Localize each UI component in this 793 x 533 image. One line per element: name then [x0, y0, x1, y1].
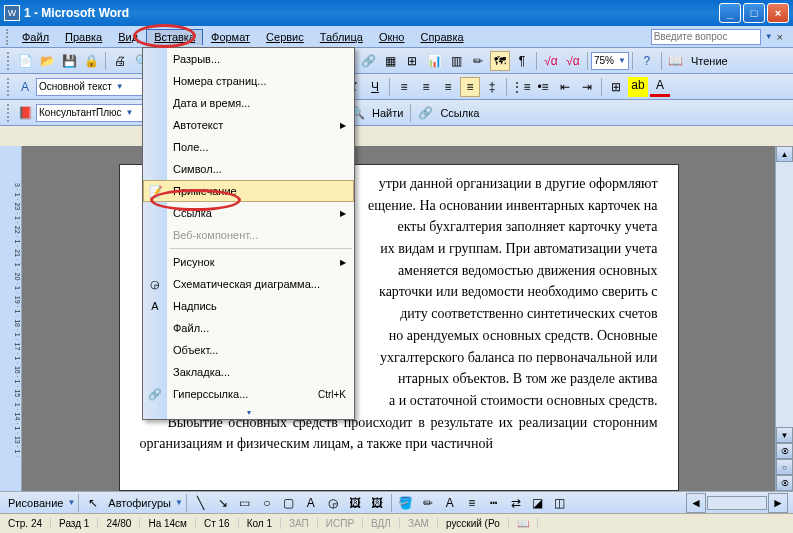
dd-page-numbers[interactable]: Номера страниц...: [143, 70, 354, 92]
status-book-icon[interactable]: 📖: [509, 518, 538, 529]
picture-icon[interactable]: 🖼: [367, 493, 387, 513]
tables-borders-icon[interactable]: ▦: [380, 51, 400, 71]
arrow-style-icon[interactable]: ⇄: [506, 493, 526, 513]
read-mode-icon[interactable]: 📖: [666, 51, 686, 71]
menu-file[interactable]: Файл: [14, 29, 57, 45]
zoom-combo[interactable]: 75%▼: [591, 52, 629, 70]
doc-close-button[interactable]: ×: [773, 31, 787, 43]
highlight-icon[interactable]: ab: [628, 77, 648, 97]
line-color-icon[interactable]: ✏: [418, 493, 438, 513]
consultant-combo[interactable]: КонсультантПлюс▼: [36, 104, 146, 122]
next-page-icon[interactable]: ⦿: [776, 475, 793, 491]
dd-diagram[interactable]: ◶Схематическая диаграмма...: [143, 273, 354, 295]
menu-insert[interactable]: Вставка: [146, 29, 203, 45]
diagram-draw-icon[interactable]: ◶: [323, 493, 343, 513]
status-rec[interactable]: ЗАП: [281, 518, 318, 529]
equation-icon[interactable]: √α: [541, 51, 561, 71]
oval-icon[interactable]: ○: [257, 493, 277, 513]
dd-expand[interactable]: ▾: [143, 405, 354, 419]
arrow-icon[interactable]: ↘: [213, 493, 233, 513]
minimize-button[interactable]: _: [719, 3, 741, 23]
menu-view[interactable]: Вид: [110, 29, 146, 45]
clipart-icon[interactable]: 🖼: [345, 493, 365, 513]
menu-window[interactable]: Окно: [371, 29, 413, 45]
hscroll-track[interactable]: [707, 496, 767, 510]
wordart-icon[interactable]: A: [301, 493, 321, 513]
link-icon[interactable]: 🔗: [415, 103, 435, 123]
dd-textbox[interactable]: AНадпись: [143, 295, 354, 317]
status-ovr[interactable]: ЗАМ: [400, 518, 438, 529]
dd-break[interactable]: Разрыв...: [143, 48, 354, 70]
dd-field[interactable]: Поле...: [143, 136, 354, 158]
scroll-up-icon[interactable]: ▲: [776, 146, 793, 162]
dd-hyperlink[interactable]: 🔗Гиперссылка...Ctrl+K: [143, 383, 354, 405]
dd-date-time[interactable]: Дата и время...: [143, 92, 354, 114]
insert-table-icon[interactable]: ⊞: [402, 51, 422, 71]
consultant-icon[interactable]: 📕: [15, 103, 35, 123]
close-button[interactable]: ×: [767, 3, 789, 23]
dd-symbol[interactable]: Символ...: [143, 158, 354, 180]
decrease-indent-icon[interactable]: ⇤: [555, 77, 575, 97]
menu-table[interactable]: Таблица: [312, 29, 371, 45]
select-icon[interactable]: ↖: [83, 493, 103, 513]
dd-bookmark[interactable]: Закладка...: [143, 361, 354, 383]
autoshapes-label[interactable]: Автофигуры: [104, 497, 175, 509]
font-color-icon[interactable]: A: [650, 77, 670, 97]
permission-icon[interactable]: 🔒: [81, 51, 101, 71]
align-right-icon[interactable]: ≡: [438, 77, 458, 97]
dd-autotext[interactable]: Автотекст▶: [143, 114, 354, 136]
align-left-icon[interactable]: ≡: [394, 77, 414, 97]
textbox-draw-icon[interactable]: ▢: [279, 493, 299, 513]
save-icon[interactable]: 💾: [59, 51, 79, 71]
drawing-icon[interactable]: ✏: [468, 51, 488, 71]
styles-icon[interactable]: A: [15, 77, 35, 97]
browse-object-icon[interactable]: ○: [776, 459, 793, 475]
dd-reference[interactable]: Ссылка▶: [143, 202, 354, 224]
toolbar-handle[interactable]: [7, 104, 11, 122]
rectangle-icon[interactable]: ▭: [235, 493, 255, 513]
underline-icon[interactable]: Ч: [365, 77, 385, 97]
toolbar-handle[interactable]: [7, 78, 11, 96]
open-icon[interactable]: 📂: [37, 51, 57, 71]
hscroll-left-icon[interactable]: ◄: [686, 493, 706, 513]
dd-object[interactable]: Объект...: [143, 339, 354, 361]
dash-style-icon[interactable]: ┅: [484, 493, 504, 513]
line-spacing-icon[interactable]: ‡: [482, 77, 502, 97]
ask-input[interactable]: [651, 29, 761, 45]
fill-color-icon[interactable]: 🪣: [396, 493, 416, 513]
line-style-icon[interactable]: ≡: [462, 493, 482, 513]
numbering-icon[interactable]: ⋮≡: [511, 77, 531, 97]
print-icon[interactable]: 🖨: [110, 51, 130, 71]
shadow-icon[interactable]: ◪: [528, 493, 548, 513]
justify-icon[interactable]: ≡: [460, 77, 480, 97]
3d-icon[interactable]: ◫: [550, 493, 570, 513]
hyperlink-icon[interactable]: 🔗: [358, 51, 378, 71]
line-icon[interactable]: ╲: [191, 493, 211, 513]
menu-format[interactable]: Формат: [203, 29, 258, 45]
ask-question-box[interactable]: [651, 29, 761, 45]
find-label[interactable]: Найти: [368, 107, 407, 119]
dd-comment[interactable]: 📝Примечание: [143, 180, 354, 202]
excel-icon[interactable]: 📊: [424, 51, 444, 71]
font-color-draw-icon[interactable]: A: [440, 493, 460, 513]
equation2-icon[interactable]: √α: [563, 51, 583, 71]
link-label[interactable]: Ссылка: [436, 107, 483, 119]
hscroll-right-icon[interactable]: ►: [768, 493, 788, 513]
drawing-label[interactable]: Рисование: [4, 497, 67, 509]
dd-picture[interactable]: Рисунок▶: [143, 251, 354, 273]
status-trk[interactable]: ИСПР: [318, 518, 363, 529]
status-lang[interactable]: русский (Ро: [438, 518, 509, 529]
new-icon[interactable]: 📄: [15, 51, 35, 71]
bullets-icon[interactable]: •≡: [533, 77, 553, 97]
show-hide-icon[interactable]: ¶: [512, 51, 532, 71]
scroll-down-icon[interactable]: ▼: [776, 427, 793, 443]
doc-map-icon[interactable]: 🗺: [490, 51, 510, 71]
prev-page-icon[interactable]: ⦿: [776, 443, 793, 459]
status-ext[interactable]: ВДЛ: [363, 518, 400, 529]
vertical-scrollbar[interactable]: ▲ ▼ ⦿ ○ ⦿: [775, 146, 793, 491]
help-icon[interactable]: ?: [637, 51, 657, 71]
menu-edit[interactable]: Правка: [57, 29, 110, 45]
borders-icon[interactable]: ⊞: [606, 77, 626, 97]
menu-help[interactable]: Справка: [412, 29, 471, 45]
columns-icon[interactable]: ▥: [446, 51, 466, 71]
